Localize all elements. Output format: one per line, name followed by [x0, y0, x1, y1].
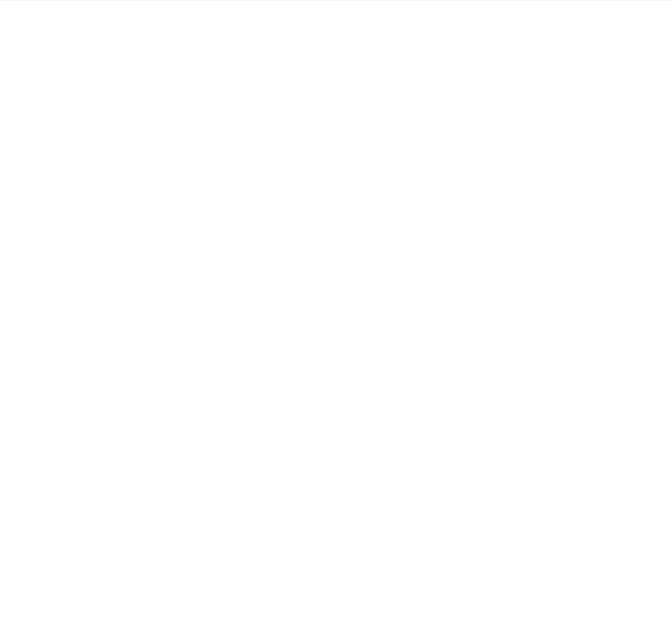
devtools-console-log	[0, 0, 672, 0]
